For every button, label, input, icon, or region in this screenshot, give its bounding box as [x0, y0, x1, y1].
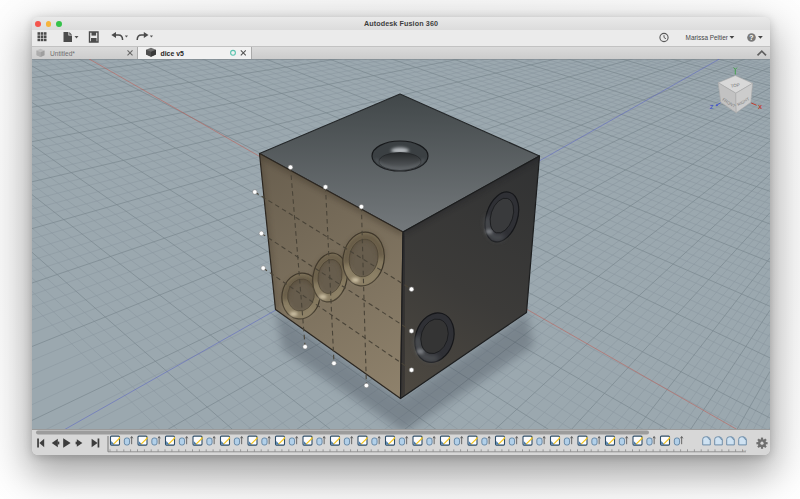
svg-text:..: ..	[743, 446, 747, 452]
svg-text:?: ?	[749, 34, 753, 41]
svg-text:Marissa Peltier: Marissa Peltier	[686, 34, 729, 41]
svg-text:X: X	[758, 103, 762, 109]
svg-text:Z: Z	[710, 104, 714, 110]
